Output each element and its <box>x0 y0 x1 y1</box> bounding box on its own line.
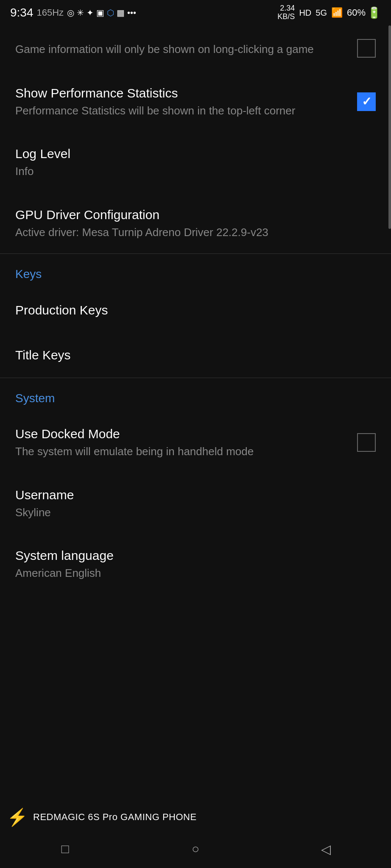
log-level-title: Log Level <box>15 145 367 162</box>
production-keys-title: Production Keys <box>15 303 108 317</box>
redmagic-bar: ⚡ REDMAGIC 6S Pro GAMING PHONE <box>0 804 391 830</box>
back-icon: ◁ <box>321 842 331 857</box>
section-header-system: System <box>0 378 391 412</box>
home-icon: ○ <box>192 842 199 856</box>
setting-item-log-level[interactable]: Log Level Info <box>0 132 391 192</box>
status-bar: 9:34 165Hz ◎ ✳ ✦ ▣ ⬡ ▦ ••• 2.34 KB/S HD … <box>0 0 391 25</box>
status-freq: 165Hz <box>37 7 64 18</box>
scrollbar[interactable] <box>388 25 391 229</box>
fan-icon: ✳ <box>77 8 84 18</box>
docked-mode-subtitle: The system will emulate being in handhel… <box>15 444 349 459</box>
game-info-checkbox[interactable] <box>357 39 376 58</box>
system-section-title: System <box>15 392 55 405</box>
location-icon: ◎ <box>67 8 74 18</box>
status-right: 2.34 KB/S HD 5G 📶 60% 🔋 <box>277 4 381 21</box>
nav-bar: □ ○ ◁ <box>0 830 391 868</box>
performance-title: Show Performance Statistics <box>15 85 349 101</box>
keys-section-title: Keys <box>15 267 42 281</box>
gpu-driver-title: GPU Driver Configuration <box>15 206 367 223</box>
network-label: 5G <box>316 8 327 18</box>
performance-subtitle: Performance Statistics will be shown in … <box>15 103 349 118</box>
battery-percent: 60% <box>347 7 366 18</box>
app-icon-2: ▦ <box>117 8 125 18</box>
log-level-subtitle: Info <box>15 164 367 179</box>
redmagic-brand-text: REDMAGIC 6S Pro GAMING PHONE <box>33 812 197 823</box>
game-info-subtitle: Game information will only be shown on l… <box>15 42 349 57</box>
setting-item-system-language[interactable]: System language American English <box>0 534 391 594</box>
setting-item-game-info[interactable]: Game information will only be shown on l… <box>0 25 391 71</box>
bluetooth-icon: ✦ <box>87 8 94 18</box>
signal-icon: 📶 <box>331 7 343 18</box>
status-time: 9:34 <box>10 6 34 19</box>
screen-icon: ▣ <box>96 8 104 18</box>
recents-icon: □ <box>61 842 69 856</box>
username-value: Skyline <box>15 505 367 520</box>
nav-recents-button[interactable]: □ <box>48 836 82 862</box>
docked-mode-title: Use Docked Mode <box>15 426 349 442</box>
battery-indicator: 60% 🔋 <box>347 6 381 19</box>
more-icon: ••• <box>127 8 136 18</box>
settings-content: Game information will only be shown on l… <box>0 25 391 594</box>
gpu-driver-subtitle: Active driver: Mesa Turnip Adreno Driver… <box>15 225 367 240</box>
docked-mode-checkbox[interactable] <box>357 433 376 452</box>
setting-item-docked-mode[interactable]: Use Docked Mode The system will emulate … <box>0 412 391 473</box>
setting-item-performance[interactable]: Show Performance Statistics Performance … <box>0 71 391 132</box>
setting-item-username[interactable]: Username Skyline <box>0 473 391 534</box>
setting-item-title-keys[interactable]: Title Keys <box>0 333 391 378</box>
nav-back-button[interactable]: ◁ <box>309 836 343 862</box>
setting-item-production-keys[interactable]: Production Keys <box>0 288 391 333</box>
performance-checkbox[interactable] <box>357 92 376 111</box>
username-title: Username <box>15 487 367 503</box>
title-keys-title: Title Keys <box>15 348 71 362</box>
system-language-value: American English <box>15 565 367 581</box>
setting-item-gpu-driver[interactable]: GPU Driver Configuration Active driver: … <box>0 193 391 253</box>
status-icons: ◎ ✳ ✦ ▣ ⬡ ▦ ••• <box>67 8 136 18</box>
redmagic-logo-icon: ⚡ <box>7 807 28 827</box>
nav-home-button[interactable]: ○ <box>179 836 212 862</box>
app-icon-1: ⬡ <box>107 8 114 18</box>
system-language-title: System language <box>15 547 367 564</box>
data-speed: 2.34 KB/S <box>277 4 295 21</box>
status-left: 9:34 165Hz ◎ ✳ ✦ ▣ ⬡ ▦ ••• <box>10 6 136 19</box>
section-header-keys: Keys <box>0 254 391 288</box>
hd-label: HD <box>299 8 311 18</box>
battery-icon: 🔋 <box>367 6 381 19</box>
